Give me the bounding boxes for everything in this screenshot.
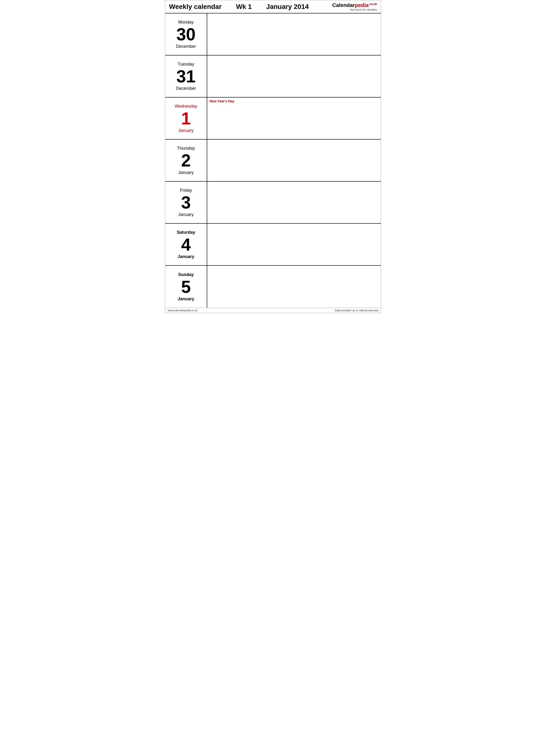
day-row-friday: Friday 3 January: [165, 182, 381, 224]
day-label-wednesday: Wednesday 1 January: [165, 98, 207, 139]
holiday-label-wednesday: New Year's Day: [210, 99, 234, 103]
day-number-saturday: 4: [181, 236, 191, 253]
day-content-wednesday[interactable]: New Year's Day: [207, 98, 381, 139]
day-month-wednesday: January: [178, 128, 194, 133]
day-content-thursday[interactable]: [207, 140, 381, 181]
day-name-monday: Monday: [178, 20, 194, 25]
calendar-header: Weekly calendar Wk 1 January 2014 Calend…: [165, 0, 381, 13]
day-month-monday: December: [176, 44, 196, 49]
day-content-sunday[interactable]: [207, 266, 381, 308]
logo-text: Calendarpedia.co.uk: [332, 2, 377, 8]
day-number-friday: 3: [181, 194, 191, 211]
day-row-wednesday: Wednesday 1 January New Year's Day: [165, 98, 381, 140]
day-label-saturday: Saturday 4 January: [165, 224, 207, 265]
day-row-sunday: Sunday 5 January: [165, 266, 381, 308]
footer-right: Data provided 'as is' without warranty: [335, 309, 378, 312]
day-number-monday: 30: [176, 26, 196, 43]
day-label-sunday: Sunday 5 January: [165, 266, 207, 308]
day-month-saturday: January: [178, 254, 194, 259]
day-month-thursday: January: [178, 170, 194, 175]
logo-co: .co.uk: [368, 2, 377, 6]
day-row-tuesday: Tuesday 31 December: [165, 55, 381, 98]
day-name-sunday: Sunday: [178, 272, 194, 277]
logo-red: pedia: [355, 2, 368, 8]
day-month-friday: January: [178, 212, 194, 217]
day-month-tuesday: December: [176, 86, 196, 91]
header-title: Weekly calendar: [169, 3, 222, 11]
header-left: Weekly calendar Wk 1 January 2014: [169, 3, 309, 11]
day-number-sunday: 5: [181, 278, 191, 295]
day-row-saturday: Saturday 4 January: [165, 224, 381, 266]
day-number-thursday: 2: [181, 152, 191, 169]
day-content-saturday[interactable]: [207, 224, 381, 265]
day-number-wednesday: 1: [181, 110, 191, 127]
day-number-tuesday: 31: [176, 68, 196, 85]
logo-subtext: Your source for calendars: [349, 8, 377, 11]
day-label-monday: Monday 30 December: [165, 13, 207, 55]
calendar-footer: www.calendarpedia.co.uk Data provided 'a…: [165, 308, 381, 313]
day-name-saturday: Saturday: [177, 230, 195, 235]
day-name-tuesday: Tuesday: [178, 62, 194, 67]
day-row-thursday: Thursday 2 January: [165, 140, 381, 182]
logo-main: Calendar: [332, 2, 355, 8]
day-label-thursday: Thursday 2 January: [165, 140, 207, 181]
day-name-wednesday: Wednesday: [175, 104, 197, 109]
calendar-page: Weekly calendar Wk 1 January 2014 Calend…: [165, 0, 381, 313]
day-content-monday[interactable]: [207, 13, 381, 55]
day-name-thursday: Thursday: [177, 146, 195, 151]
day-row-monday: Monday 30 December: [165, 13, 381, 55]
day-label-tuesday: Tuesday 31 December: [165, 55, 207, 97]
day-content-friday[interactable]: [207, 182, 381, 223]
calendar-body: Monday 30 December Tuesday 31 December W…: [165, 13, 381, 308]
header-month: January 2014: [266, 3, 308, 11]
day-content-tuesday[interactable]: [207, 55, 381, 97]
header-wk: Wk 1: [236, 3, 252, 11]
logo: Calendarpedia.co.uk Your source for cale…: [332, 2, 377, 11]
footer-left: www.calendarpedia.co.uk: [168, 309, 198, 312]
day-name-friday: Friday: [180, 188, 192, 193]
day-month-sunday: January: [178, 296, 194, 301]
day-label-friday: Friday 3 January: [165, 182, 207, 223]
